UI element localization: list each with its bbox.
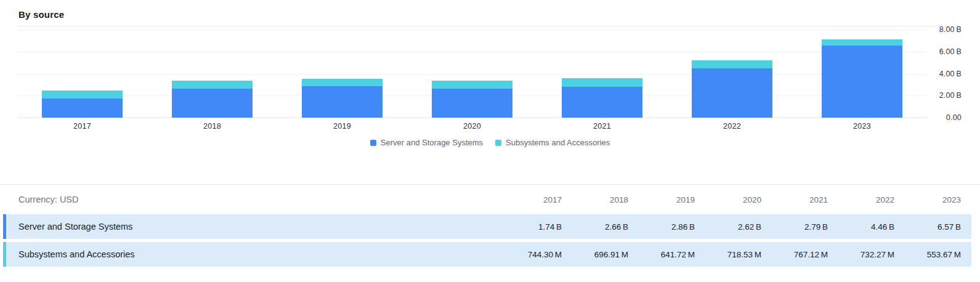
table-cell-value: 2.66 B	[562, 222, 628, 232]
y-axis-tick-label: 6.00 B	[918, 47, 962, 57]
x-axis-label: 2019	[302, 122, 383, 131]
y-axis-tick-label: 2.00 B	[918, 91, 962, 100]
table-cell-value: 6.57 B	[894, 222, 961, 232]
bar-segment-2017-2[interactable]	[42, 91, 123, 99]
bar-2023[interactable]	[822, 39, 902, 118]
bar-2020[interactable]	[432, 81, 512, 118]
bar-2022[interactable]	[692, 60, 772, 118]
table-rows: Server and Storage Systems1.74 B2.66 B2.…	[0, 214, 980, 267]
legend-item[interactable]: Subsystems and Accessories	[495, 138, 610, 147]
y-axis-tick-label: 0.00	[918, 113, 962, 123]
table-cell-value: 732.27 M	[828, 250, 894, 259]
gridline	[17, 52, 927, 52]
table-cell-value: 718.53 M	[695, 250, 761, 259]
table-year-header: 2021	[761, 195, 828, 204]
chart-legend: Server and Storage SystemsSubsystems and…	[0, 138, 980, 147]
table-year-header: 2022	[828, 195, 894, 204]
table-year-header: 2019	[628, 195, 695, 204]
bar-segment-2020-1[interactable]	[432, 89, 512, 118]
x-axis-label: 2022	[692, 122, 772, 131]
table-row[interactable]: Server and Storage Systems1.74 B2.66 B2.…	[3, 214, 971, 239]
x-axis-label: 2017	[42, 122, 123, 131]
page-title: By source	[0, 0, 980, 26]
table-cell-value: 696.91 M	[562, 250, 628, 259]
x-axis-label: 2020	[432, 122, 512, 131]
data-table: Currency: USD 20172018201920202021202220…	[0, 184, 980, 267]
bar-segment-2023-2[interactable]	[822, 39, 902, 46]
bar-segment-2019-2[interactable]	[302, 79, 383, 86]
legend-swatch-icon	[495, 140, 501, 146]
table-year-header: 2023	[894, 195, 961, 204]
legend-item[interactable]: Server and Storage Systems	[370, 138, 483, 147]
y-axis-tick-label: 4.00 B	[918, 69, 962, 79]
table-year-header: 2020	[695, 195, 761, 204]
bar-segment-2018-2[interactable]	[172, 81, 253, 89]
gridline	[17, 74, 927, 75]
bar-segment-2022-1[interactable]	[692, 68, 772, 118]
stacked-bar-chart: Server and Storage SystemsSubsystems and…	[0, 26, 980, 156]
table-header-row: Currency: USD 20172018201920202021202220…	[0, 185, 980, 214]
table-cell-value: 641.72 M	[628, 250, 695, 259]
bar-segment-2018-1[interactable]	[172, 89, 253, 118]
gridline	[17, 30, 927, 30]
table-cell-value: 744.30 M	[495, 250, 562, 259]
legend-label: Subsystems and Accessories	[506, 138, 610, 147]
bar-2019[interactable]	[302, 79, 383, 118]
bar-segment-2022-2[interactable]	[692, 60, 772, 68]
gridline	[17, 118, 927, 118]
bar-segment-2021-2[interactable]	[562, 78, 642, 87]
table-cell-value: 2.86 B	[628, 222, 695, 232]
table-cell-value: 2.79 B	[761, 222, 828, 232]
table-year-header: 2018	[562, 195, 628, 204]
legend-swatch-icon	[370, 140, 376, 146]
bar-2017[interactable]	[42, 91, 123, 118]
table-row-label: Subsystems and Accessories	[6, 249, 495, 259]
bar-segment-2023-1[interactable]	[822, 46, 902, 118]
y-axis-tick-label: 8.00 B	[918, 25, 962, 34]
table-cell-value: 767.12 M	[761, 250, 828, 259]
bar-segment-2020-2[interactable]	[432, 81, 512, 89]
x-axis-label: 2023	[822, 122, 902, 131]
table-cell-value: 1.74 B	[495, 222, 562, 232]
x-axis-label: 2018	[172, 122, 253, 131]
table-year-header: 2017	[495, 195, 562, 204]
bar-segment-2017-1[interactable]	[42, 99, 123, 118]
legend-label: Server and Storage Systems	[381, 138, 483, 147]
table-cell-value: 553.67 M	[894, 250, 961, 259]
bar-segment-2019-1[interactable]	[302, 86, 383, 118]
x-axis-label: 2021	[562, 122, 642, 131]
bar-2018[interactable]	[172, 81, 253, 118]
table-cell-value: 4.46 B	[828, 222, 894, 232]
currency-label: Currency: USD	[18, 195, 495, 204]
table-cell-value: 2.62 B	[695, 222, 761, 232]
table-row-label: Server and Storage Systems	[6, 222, 495, 232]
table-row[interactable]: Subsystems and Accessories744.30 M696.91…	[3, 242, 971, 267]
bar-2021[interactable]	[562, 78, 642, 118]
bar-segment-2021-1[interactable]	[562, 87, 642, 118]
